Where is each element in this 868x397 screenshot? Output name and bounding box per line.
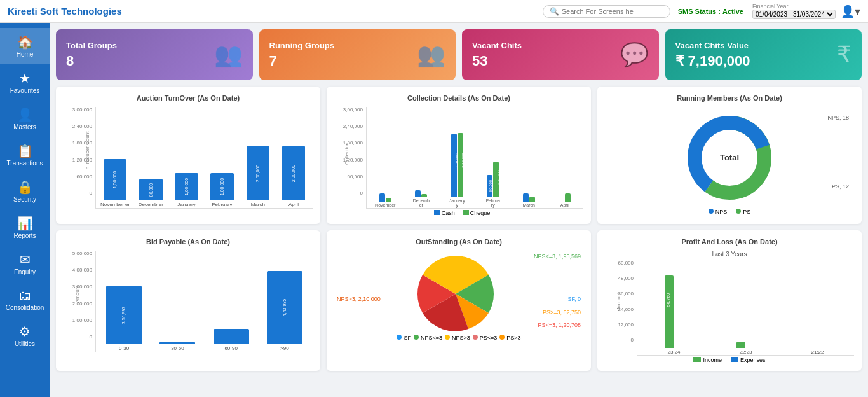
charts-row-2: Bid Payable (As On Date) Amount 5,00,000… — [56, 230, 862, 371]
bar-pair: 80,000 1,29,400 — [487, 162, 499, 197]
y-tick: 1,00,000 — [72, 317, 92, 323]
sidebar-item-enquiry[interactable]: ✉ Enquiry — [0, 246, 50, 282]
bar-group: 1,00,000 February — [206, 173, 239, 208]
sidebar-item-utilities[interactable]: ⚙ Utilities — [0, 317, 50, 354]
card-vacant-chits: Vacant Chits 53 💬 — [462, 29, 659, 80]
y-tick: 3,00,000 — [72, 284, 92, 289]
bar-xlabel: January — [177, 202, 195, 208]
pl-legend: Income Expenses — [605, 357, 854, 363]
pl-bar-pair: 56,760 — [665, 275, 684, 348]
bar-xlabel: Decemb er — [139, 202, 163, 208]
outstanding-legend: SF NPS<=3 NPS>3 PS<=3 PS>3 — [397, 335, 520, 341]
y-tick: 1,80,000 — [343, 140, 363, 146]
card-text-vacant-chits-value: Vacant Chits Value ₹ 7,190,000 — [675, 41, 837, 69]
search-icon: 🔍 — [550, 7, 559, 16]
bar-value: 4,43,985 — [282, 299, 287, 316]
bar — [214, 329, 249, 345]
reports-icon: 📊 — [17, 216, 33, 231]
card-value-running-groups: 7 — [269, 53, 417, 69]
y-tick: 0 — [360, 190, 363, 196]
bar: 3,56,997 — [106, 286, 142, 345]
bar-group: 2,00,000 April — [277, 146, 310, 208]
bar — [159, 342, 195, 344]
y-tick: 0 — [90, 190, 92, 196]
card-icon-vacant-chits: 💬 — [620, 41, 649, 68]
card-text-total-groups: Total Groups 8 — [66, 41, 214, 69]
search-box[interactable]: 🔍 — [543, 5, 670, 18]
ps-legend: PS — [743, 209, 750, 215]
bar-group: 4,43,985 >90 — [259, 271, 310, 352]
y-tick: 2,00,000 — [72, 301, 92, 307]
bar-value: 80,000 — [149, 183, 153, 196]
card-title-total-groups: Total Groups — [66, 41, 214, 50]
sidebar-item-consolidation[interactable]: 🗂 Consolidation — [0, 282, 50, 317]
financial-year-select[interactable]: 01/04/2023 - 31/03/2024 — [752, 10, 836, 19]
sidebar-label-consolidation: Consolidation — [6, 304, 44, 311]
pl-bar-chart-area: 60,00048,00036,00024,00012,0000 56,760 2… — [611, 260, 854, 356]
sidebar-label-transactions: Transactions — [7, 160, 43, 167]
bar: 80,000 — [139, 179, 163, 201]
y-tick: 2,40,000 — [72, 123, 92, 129]
bar-xlabel: April — [288, 202, 299, 208]
year-label: 22:23 — [739, 349, 752, 355]
collection-bar-group: 80,000 1,29,400 February — [476, 162, 511, 208]
y-tick: 1,20,000 — [343, 157, 363, 163]
ps-gte3-label: PS>=3, 62,750 — [543, 309, 581, 316]
cash-bar — [379, 193, 385, 202]
bar: 2,00,000 — [282, 146, 306, 201]
month-label: March — [523, 203, 535, 208]
summary-cards: Total Groups 8 👥 Running Groups 7 👥 Vaca… — [56, 29, 862, 80]
utilities-icon: ⚙ — [19, 324, 31, 339]
card-title-vacant-chits-value: Vacant Chits Value — [675, 41, 837, 50]
bar: 1,50,000 — [104, 159, 127, 200]
bar-value: 1,00,000 — [220, 178, 224, 195]
y-tick: 60,000 — [77, 174, 92, 179]
donut-svg: Total — [679, 107, 780, 209]
sidebar-item-reports[interactable]: 📊 Reports — [0, 209, 50, 246]
month-label: April — [560, 203, 569, 208]
bar-value: 2,00,000 — [291, 164, 295, 181]
bar: 4,43,985 — [267, 271, 302, 344]
income-value: 56,760 — [666, 293, 670, 306]
pl-bar-group: 21:22 — [783, 348, 851, 355]
cheque-bar: 1,29,400 — [493, 162, 499, 197]
nps-label-top: NPS, 18 — [827, 115, 849, 121]
sidebar-label-utilities: Utilities — [15, 340, 35, 347]
month-label: November — [375, 203, 395, 208]
card-icon-running-groups: 👥 — [417, 41, 445, 68]
outstanding-area: NPS<=3, 1,95,569 SF, 0 PS>=3, 62,750 PS<… — [334, 251, 583, 341]
bid-payable-title: Bid Payable (As On Date) — [64, 238, 313, 246]
search-input[interactable] — [562, 8, 663, 15]
y-tick: 0 — [90, 334, 92, 340]
sidebar-item-masters[interactable]: 👤 Masters — [0, 101, 50, 137]
user-icon[interactable]: 👤▾ — [841, 4, 860, 18]
donut-legend: NPS PS — [605, 209, 854, 215]
sidebar-item-transactions[interactable]: 📋 Transactions — [0, 137, 50, 173]
y-tick: 24,000 — [618, 307, 634, 312]
profit-loss-subtitle: Last 3 Years — [605, 251, 854, 258]
collection-title: Collection Details (As On Date) — [334, 94, 583, 102]
card-icon-total-groups: 👥 — [214, 41, 243, 68]
running-members-chart: Running Members (As On Date) Total NPS, … — [597, 87, 862, 224]
sidebar-item-security[interactable]: 🔒 Security — [0, 173, 50, 209]
cheque-bar — [421, 194, 427, 197]
cheque-bar — [565, 193, 571, 202]
bar: 1,00,000 — [210, 173, 234, 200]
y-tick: 60,000 — [348, 174, 363, 179]
sf-label: SF, 0 — [567, 296, 581, 302]
year-label: 23:24 — [667, 349, 680, 355]
collection-bar-group: 2,29,400 2,33,200 Januaryy — [440, 133, 475, 208]
favourites-icon: ★ — [19, 71, 31, 86]
sms-status: SMS Status : Active — [678, 8, 743, 15]
cheque-value: 1,29,400 — [497, 170, 501, 185]
sidebar-item-home[interactable]: 🏠 Home — [0, 28, 50, 64]
bar-group: 1,00,000 January — [170, 173, 203, 208]
financial-year: Financial Year 01/04/2023 - 31/03/2024 — [752, 3, 836, 19]
sidebar-item-favourites[interactable]: ★ Favourites — [0, 64, 50, 101]
year-label: 21:22 — [811, 349, 824, 355]
running-members-title: Running Members (As On Date) — [605, 94, 854, 102]
card-value-vacant-chits-value: ₹ 7,190,000 — [675, 53, 837, 69]
cheque-bar — [529, 197, 535, 202]
y-tick: 3,00,000 — [343, 107, 363, 113]
cash-bar — [523, 193, 529, 202]
